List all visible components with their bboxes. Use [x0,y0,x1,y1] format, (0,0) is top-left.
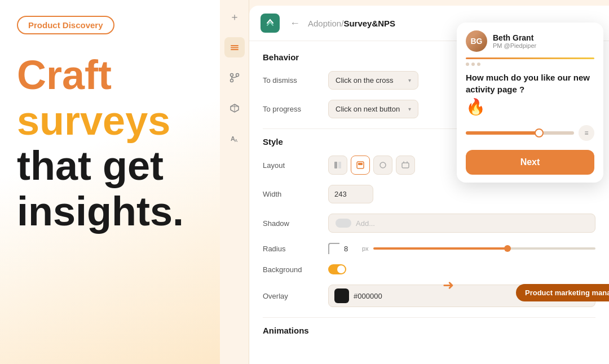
survey-slider-track[interactable] [466,131,574,135]
dismiss-value: Click on the cross [336,76,394,85]
survey-card-header: BG Beth Grant PM @Piedpiper [457,23,603,57]
avatar: BG [466,30,487,52]
shadow-control: Add... [328,214,595,233]
radius-icon [328,243,339,254]
hero-line-that-get: that get [17,143,203,189]
svg-rect-14 [358,163,363,165]
svg-rect-2 [231,49,239,50]
shadow-row: Shadow Add... [263,214,595,233]
dot-3 [477,63,480,66]
next-button[interactable]: Next [466,150,594,175]
user-info: Beth Grant PM @Piedpiper [493,33,536,49]
translate-icon[interactable]: A A [224,128,245,149]
slider-arrow-icon: ➜ [443,277,454,293]
width-label: Width [263,190,319,198]
breadcrumb: Adoption/Survey&NPS [308,19,395,28]
progress-label: To progress [263,105,319,113]
user-role: PM @Piedpiper [493,42,536,49]
animations-divider [263,317,595,318]
product-discovery-badge: Product Discovery [17,16,114,34]
hero-text: Craft surveys that get insights. [17,52,203,234]
survey-slider-thumb [535,128,544,137]
dismiss-label: To dismiss [263,76,319,85]
sidebar-icons: ＋ A [220,0,249,364]
hero-line-craft: Craft [17,52,203,98]
dot-2 [471,63,475,66]
shadow-input[interactable]: Add... [328,214,595,233]
survey-divider [466,57,594,59]
shadow-placeholder: Add... [356,219,375,228]
breadcrumb-current: Survey&NPS [343,19,395,28]
shadow-label: Shadow [263,219,319,228]
radius-label: Radius [263,245,319,253]
svg-rect-11 [334,162,337,168]
survey-emoji: 🔥 [457,97,495,121]
plus-icon[interactable]: ＋ [224,7,245,27]
background-toggle[interactable] [328,264,346,274]
svg-text:A: A [235,138,238,143]
layout-btn-2[interactable] [351,156,370,175]
back-button[interactable]: ← [290,17,300,29]
breadcrumb-parent: Adoption/ [308,19,343,28]
layout-label: Layout [263,161,319,170]
radius-value: 8 [344,245,358,253]
radius-slider-thumb [504,245,511,252]
svg-point-4 [230,79,233,82]
user-name: Beth Grant [493,33,536,42]
layers-icon[interactable] [224,37,245,57]
dot-1 [466,63,469,66]
width-row: Width 243 [263,185,595,203]
hero-line-surveys: surveys [17,98,203,144]
radius-control: 8 px [328,243,595,254]
background-row: Background [263,264,595,274]
overlay-label: Overlay [263,292,319,300]
progress-dropdown[interactable]: Click on next button ▾ [328,100,418,118]
left-panel: Product Discovery Craft surveys that get… [0,0,220,364]
survey-slider-area: ≡ [457,121,603,145]
hero-line-insights: insights. [17,189,203,234]
radius-row: Radius 8 px [263,243,595,254]
svg-rect-12 [338,162,341,168]
background-label: Background [263,265,319,274]
svg-point-15 [380,162,386,168]
svg-point-5 [236,74,239,77]
survey-question: How much do you like our new activity pa… [457,66,603,97]
app-logo [261,14,280,33]
cube-icon[interactable] [224,98,245,118]
svg-rect-16 [402,163,409,168]
radius-slider[interactable] [373,247,595,250]
layout-btn-1[interactable] [328,156,347,175]
chevron-down-icon: ▾ [408,77,411,83]
dismiss-dropdown[interactable]: Click on the cross ▾ [328,71,418,90]
progress-value: Click on next button [336,105,400,113]
survey-card: BG Beth Grant PM @Piedpiper How much do … [457,23,603,183]
svg-rect-1 [231,47,239,48]
git-icon[interactable] [224,68,245,88]
survey-slider-icon: ≡ [579,125,594,141]
layout-btn-3[interactable] [373,156,392,175]
right-panel: ＋ A [220,0,609,364]
svg-point-3 [230,74,233,77]
radius-unit: px [362,245,369,252]
tooltip-product-marketing: Product marketing manager [516,284,609,301]
svg-rect-0 [231,45,239,46]
animations-section-title: Animations [263,326,595,335]
chevron-down-icon-2: ▾ [408,106,411,112]
background-control [328,264,595,274]
width-input[interactable]: 243 [328,185,373,203]
overlay-color-swatch[interactable] [334,288,349,303]
shadow-toggle[interactable] [336,219,351,228]
layout-btn-4[interactable] [396,156,415,175]
